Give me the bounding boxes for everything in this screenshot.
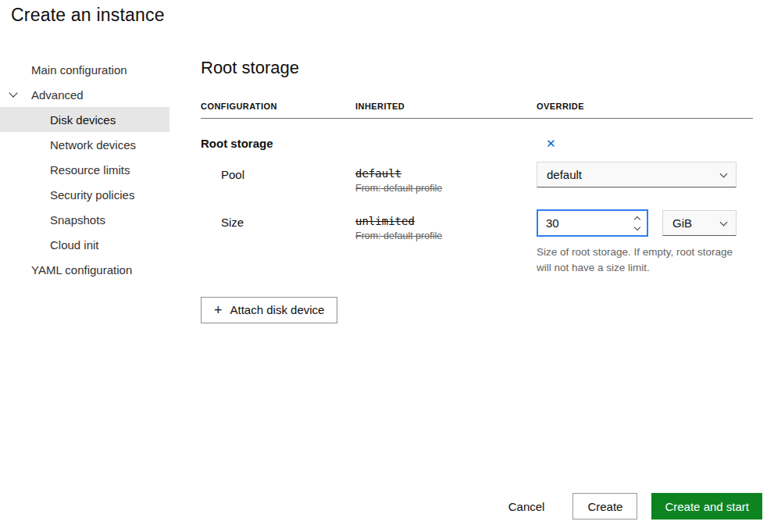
- pool-select[interactable]: default: [537, 162, 737, 187]
- sidebar-item-label: Cloud init: [50, 238, 99, 252]
- sidebar-item-main-configuration[interactable]: Main configuration: [0, 57, 169, 82]
- sidebar-item-label: Snapshots: [50, 213, 105, 227]
- sidebar-item-cloud-init[interactable]: Cloud init: [0, 232, 169, 257]
- cancel-button[interactable]: Cancel: [498, 493, 556, 520]
- pool-inherited-source: From: default profile: [355, 183, 537, 194]
- column-header-override: OVERRIDE: [537, 102, 753, 111]
- form-navigation-sidebar: Main configuration Advanced Disk devices…: [0, 57, 169, 282]
- sidebar-item-label: Resource limits: [50, 163, 130, 177]
- column-header-inherited: INHERITED: [355, 102, 537, 111]
- sidebar-item-label: Advanced: [31, 88, 84, 102]
- sidebar-item-security-policies[interactable]: Security policies: [0, 182, 169, 207]
- stepper-down-icon[interactable]: [634, 223, 640, 230]
- size-inherited-source: From: default profile: [355, 230, 537, 241]
- section-heading: Root storage: [201, 58, 753, 78]
- row-label-root-storage: Root storage: [201, 137, 355, 150]
- clear-override-button[interactable]: ✕: [543, 136, 559, 151]
- chevron-down-icon: [720, 170, 728, 177]
- sidebar-item-yaml-configuration[interactable]: YAML configuration: [0, 257, 169, 282]
- stepper-up-icon[interactable]: [634, 216, 640, 222]
- row-label-size: Size: [201, 209, 355, 277]
- size-input-wrapper: [537, 209, 648, 237]
- plus-icon: +: [214, 303, 223, 317]
- page-title: Create an instance: [11, 5, 165, 26]
- row-label-pool: Pool: [201, 162, 355, 194]
- sidebar-item-label: Main configuration: [31, 63, 127, 77]
- size-inherited-cell: unlimited From: default profile: [355, 209, 537, 277]
- size-unit-value: GiB: [672, 216, 692, 230]
- sidebar-item-network-devices[interactable]: Network devices: [0, 132, 169, 157]
- sidebar-item-disk-devices[interactable]: Disk devices: [0, 107, 169, 132]
- pool-select-value: default: [547, 168, 582, 181]
- table-row-size: Size unlimited From: default profile GiB: [201, 209, 753, 277]
- pool-inherited-value: default: [355, 167, 537, 180]
- size-input[interactable]: [538, 211, 633, 235]
- form-footer: Cancel Create Create and start: [498, 493, 762, 520]
- attach-disk-device-button[interactable]: + Attach disk device: [201, 297, 337, 323]
- config-table-header: CONFIGURATION INHERITED OVERRIDE: [201, 102, 753, 119]
- sidebar-item-advanced[interactable]: Advanced: [0, 82, 169, 107]
- table-row-root-storage: Root storage ✕: [201, 119, 753, 151]
- pool-override-cell: default: [537, 162, 753, 194]
- sidebar-item-label: Network devices: [50, 138, 136, 152]
- sidebar-item-label: YAML configuration: [31, 263, 132, 277]
- create-button[interactable]: Create: [572, 493, 637, 520]
- sidebar-item-label: Disk devices: [50, 113, 116, 127]
- size-inherited-value: unlimited: [355, 215, 537, 227]
- size-override-cell: GiB Size of root storage. If empty, root…: [537, 209, 753, 277]
- pool-inherited-cell: default From: default profile: [355, 162, 537, 194]
- close-icon: ✕: [546, 137, 556, 150]
- attach-disk-device-label: Attach disk device: [230, 303, 325, 316]
- table-row-pool: Pool default From: default profile defau…: [201, 162, 753, 194]
- size-stepper: [633, 211, 647, 235]
- column-header-configuration: CONFIGURATION: [201, 102, 355, 111]
- size-help-text: Size of root storage. If empty, root sto…: [537, 245, 749, 277]
- chevron-down-icon: [9, 88, 17, 97]
- sidebar-item-resource-limits[interactable]: Resource limits: [0, 157, 169, 182]
- root-storage-panel: Root storage CONFIGURATION INHERITED OVE…: [201, 48, 753, 323]
- sidebar-item-snapshots[interactable]: Snapshots: [0, 207, 169, 232]
- sidebar-item-label: Security policies: [50, 188, 134, 202]
- create-and-start-button[interactable]: Create and start: [651, 493, 762, 520]
- size-unit-select[interactable]: GiB: [662, 210, 737, 236]
- chevron-down-icon: [720, 218, 728, 226]
